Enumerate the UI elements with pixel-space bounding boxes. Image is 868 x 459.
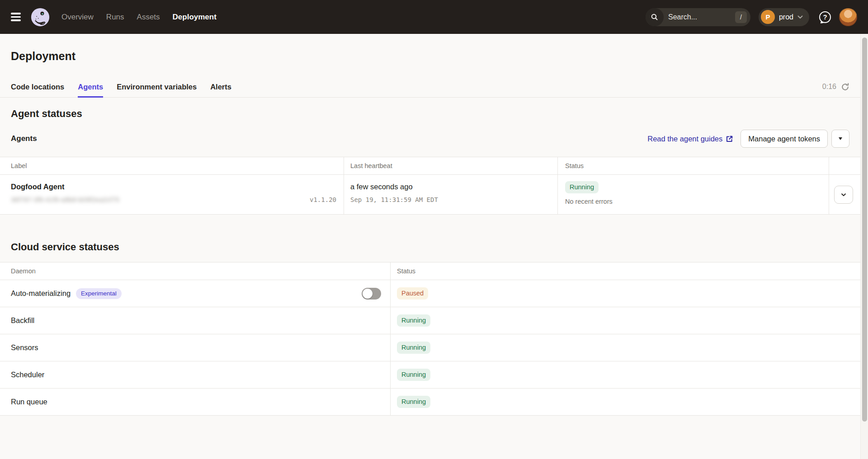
daemon-name: Backfill — [11, 316, 34, 325]
daemon-status-cell: Running — [390, 307, 860, 334]
manage-agent-tokens-button[interactable]: Manage agent tokens — [741, 130, 828, 148]
top-nav: Overview Runs Assets Deployment Search..… — [0, 0, 868, 34]
tab-code-locations[interactable]: Code locations — [11, 76, 64, 97]
agents-controls: Read the agent guides Manage agent token… — [647, 130, 849, 148]
nav-item-runs[interactable]: Runs — [106, 13, 124, 22]
status-badge-running: Running — [397, 342, 430, 354]
column-header-status: Status — [557, 157, 829, 174]
status-badge-paused: Paused — [397, 287, 428, 300]
daemon-name: Sensors — [11, 343, 38, 352]
daemon-row-auto-materializing: Auto-materializing Experimental Paused — [0, 280, 860, 307]
main-content: Deployment Code locations Agents Environ… — [0, 34, 860, 416]
agent-name: Dogfood Agent — [11, 181, 344, 192]
page-header: Deployment Code locations Agents Environ… — [0, 34, 860, 98]
daemon-name: Scheduler — [11, 370, 44, 379]
column-header-last-heartbeat: Last heartbeat — [344, 157, 557, 174]
daemon-name: Run queue — [11, 398, 47, 406]
help-icon[interactable]: ? — [819, 11, 831, 23]
org-avatar: P — [761, 10, 775, 24]
agents-controls-row: Agents Read the agent guides Manage agen… — [0, 130, 860, 148]
search-shortcut-badge: / — [735, 11, 747, 23]
daemon-cell: Backfill — [0, 307, 390, 334]
agent-status-badge: Running — [565, 181, 599, 193]
agent-label-cell: Dogfood Agent 36f787-3f6-41f9-a9b8-b09f2… — [0, 175, 344, 214]
tabs: Code locations Agents Environment variab… — [11, 76, 231, 97]
page-title: Deployment — [0, 49, 860, 63]
user-avatar[interactable] — [839, 8, 857, 26]
column-header-daemon: Daemon — [0, 262, 390, 280]
search-input[interactable]: Search... / — [646, 8, 750, 26]
agent-id-redacted: 36f787-3f6-41f9-a9b8-b09f2ea2cf75 — [11, 196, 119, 203]
search-placeholder: Search... — [668, 13, 735, 21]
chevron-down-icon — [840, 192, 847, 198]
agent-statuses-heading: Agent statuses — [0, 108, 860, 120]
agent-actions-cell — [829, 175, 860, 214]
daemon-row-run-queue: Run queue Running — [0, 388, 860, 415]
refresh-timer-group: 0:16 — [822, 76, 849, 97]
agent-guides-link[interactable]: Read the agent guides — [647, 135, 733, 143]
daemon-status-cell: Running — [390, 361, 860, 388]
vertical-scrollbar[interactable] — [860, 34, 868, 459]
heartbeat-timestamp: Sep 19, 11:31:59 AM EDT — [350, 196, 557, 203]
daemon-row-sensors: Sensors Running — [0, 334, 860, 361]
daemon-cell: Run queue — [0, 389, 390, 415]
refresh-icon[interactable] — [841, 83, 849, 91]
chevron-down-icon — [797, 15, 803, 19]
daemon-status-cell: Paused — [390, 280, 860, 307]
tabs-row: Code locations Agents Environment variab… — [0, 76, 860, 97]
refresh-timer: 0:16 — [822, 83, 836, 91]
agent-version: v1.1.20 — [310, 196, 336, 203]
search-icon — [646, 8, 664, 26]
agent-status-note: No recent errors — [565, 198, 613, 205]
caret-down-icon — [839, 137, 842, 140]
nav-item-deployment[interactable]: Deployment — [173, 13, 217, 22]
auto-materializing-toggle[interactable] — [362, 288, 381, 300]
nav-item-overview[interactable]: Overview — [61, 13, 94, 22]
tab-alerts[interactable]: Alerts — [210, 76, 231, 97]
heartbeat-relative: a few seconds ago — [350, 181, 557, 192]
deployment-switcher[interactable]: P prod — [759, 8, 809, 26]
agent-tokens-dropdown-button[interactable] — [831, 130, 849, 148]
status-badge-running: Running — [397, 369, 430, 381]
agent-status-cell: Running No recent errors — [557, 175, 829, 214]
nav-links: Overview Runs Assets Deployment — [61, 13, 217, 22]
agent-row: Dogfood Agent 36f787-3f6-41f9-a9b8-b09f2… — [0, 174, 860, 214]
agent-guides-link-label: Read the agent guides — [647, 135, 722, 143]
column-header-label: Label — [0, 157, 344, 174]
daemon-status-cell: Running — [390, 389, 860, 415]
daemon-row-backfill: Backfill Running — [0, 307, 860, 334]
daemon-status-cell: Running — [390, 334, 860, 361]
tab-agents[interactable]: Agents — [78, 76, 103, 97]
experimental-badge: Experimental — [76, 288, 122, 299]
nav-right-group: Search... / P prod ? — [646, 8, 857, 26]
external-link-icon — [726, 135, 733, 143]
agent-expand-button[interactable] — [834, 186, 853, 204]
daemon-row-scheduler: Scheduler Running — [0, 361, 860, 388]
dagster-logo-icon[interactable] — [31, 8, 50, 27]
scrollbar-thumb[interactable] — [862, 37, 867, 422]
agents-subheading: Agents — [11, 134, 37, 143]
daemon-name: Auto-materializing — [11, 289, 71, 298]
column-header-actions — [829, 157, 860, 174]
agents-table: Label Last heartbeat Status Dogfood Agen… — [0, 157, 860, 215]
agents-table-header: Label Last heartbeat Status — [0, 157, 860, 174]
daemon-cell: Auto-materializing Experimental — [0, 280, 390, 307]
nav-item-assets[interactable]: Assets — [137, 13, 160, 22]
status-badge-running: Running — [397, 314, 430, 327]
status-badge-running: Running — [397, 396, 430, 408]
org-name: prod — [779, 13, 793, 21]
daemon-cell: Scheduler — [0, 361, 390, 388]
hamburger-menu-icon[interactable] — [11, 13, 21, 21]
agent-heartbeat-cell: a few seconds ago Sep 19, 11:31:59 AM ED… — [344, 175, 557, 214]
daemon-cell: Sensors — [0, 334, 390, 361]
cloud-table-header: Daemon Status — [0, 262, 860, 280]
toggle-knob — [363, 289, 373, 299]
column-header-status: Status — [390, 262, 860, 280]
cloud-service-statuses-heading: Cloud service statuses — [0, 241, 860, 253]
cloud-services-table: Daemon Status Auto-materializing Experim… — [0, 262, 860, 416]
tab-environment-variables[interactable]: Environment variables — [117, 76, 197, 97]
